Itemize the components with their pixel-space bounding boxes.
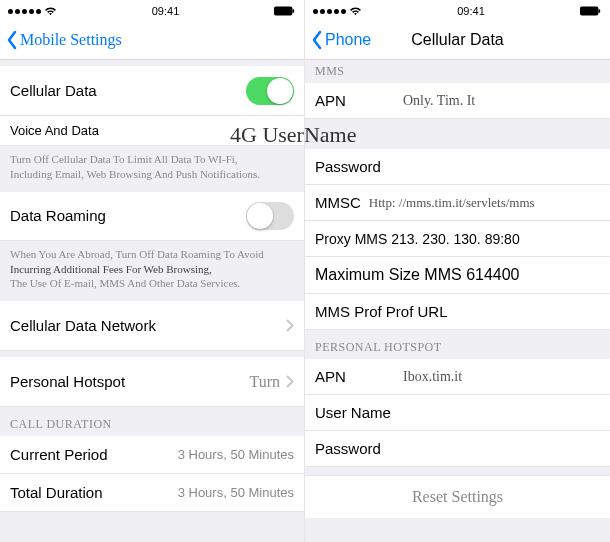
hotspot-apn-row[interactable]: APN Ibox.tim.it	[305, 359, 610, 395]
mms-apn-value: Only. Tim. It	[403, 93, 475, 109]
personal-hotspot-header: PERSONAL HOTSPOT	[305, 330, 610, 359]
mmsc-value: Http: //mms.tim.it/servlets/mms	[369, 195, 535, 211]
nav-bar-right: Phone Cellular Data	[305, 20, 610, 60]
proxy-mms-label: Proxy MMS 213. 230. 130. 89:80	[315, 231, 520, 247]
data-roaming-switch[interactable]	[246, 202, 294, 230]
reset-settings-button[interactable]: Reset Settings	[305, 475, 610, 518]
wifi-icon	[44, 6, 57, 16]
total-duration-row: Total Duration 3 Hours, 50 Minutes	[0, 474, 304, 512]
hotspot-username-label: User Name	[315, 404, 600, 421]
call-duration-header: CALL DURATION	[0, 407, 304, 436]
chevron-left-icon	[6, 30, 18, 50]
nav-bar-left: Mobile Settings	[0, 20, 304, 60]
back-label: Mobile Settings	[20, 31, 122, 49]
voice-and-data-label: Voice And Data	[10, 123, 99, 138]
total-duration-value: 3 Hours, 50 Minutes	[178, 485, 294, 500]
mmsc-row[interactable]: MMSC Http: //mms.tim.it/servlets/mms	[305, 185, 610, 221]
max-size-row[interactable]: Maximum Size MMS 614400	[305, 257, 610, 294]
mms-apn-label: APN	[315, 92, 403, 109]
right-pane: 09:41 Phone Cellular Data MMS APN Only. …	[305, 0, 610, 542]
cellular-data-network-row[interactable]: Cellular Data Network	[0, 301, 304, 351]
status-time: 09:41	[457, 5, 485, 17]
cellular-data-network-label: Cellular Data Network	[10, 317, 156, 334]
svg-rect-1	[292, 9, 294, 13]
mms-password-label: Password	[315, 158, 600, 175]
mms-prof-url-label: MMS Prof Prof URL	[315, 303, 448, 320]
status-bar-left: 09:41	[0, 0, 304, 20]
cellular-data-label: Cellular Data	[10, 82, 97, 99]
data-roaming-label: Data Roaming	[10, 207, 106, 224]
cellular-data-description: Turn Off Cellular Data To Limit All Data…	[0, 146, 304, 192]
svg-rect-2	[580, 6, 598, 15]
mmsc-label: MMSC	[315, 194, 361, 211]
hotspot-apn-label: APN	[315, 368, 403, 385]
svg-rect-3	[598, 9, 600, 13]
battery-icon	[274, 6, 296, 16]
reset-settings-label: Reset Settings	[412, 488, 503, 505]
back-label: Phone	[325, 31, 371, 49]
wifi-icon	[349, 6, 362, 16]
personal-hotspot-row[interactable]: Personal Hotspot Turn	[0, 357, 304, 407]
mms-prof-url-row[interactable]: MMS Prof Prof URL	[305, 294, 610, 330]
hotspot-username-row[interactable]: User Name	[305, 395, 610, 431]
status-time: 09:41	[152, 5, 180, 17]
battery-icon	[580, 6, 602, 16]
personal-hotspot-value: Turn	[249, 373, 280, 391]
proxy-mms-row[interactable]: Proxy MMS 213. 230. 130. 89:80	[305, 221, 610, 257]
current-period-label: Current Period	[10, 446, 108, 463]
back-button[interactable]: Phone	[311, 30, 371, 50]
personal-hotspot-label: Personal Hotspot	[10, 373, 125, 390]
left-pane: 09:41 Mobile Settings Cellular Data Voic…	[0, 0, 305, 542]
back-button[interactable]: Mobile Settings	[6, 30, 122, 50]
hotspot-password-row[interactable]: Password	[305, 431, 610, 467]
svg-rect-0	[274, 6, 292, 15]
chevron-right-icon	[286, 375, 294, 388]
chevron-left-icon	[311, 30, 323, 50]
mms-apn-row[interactable]: APN Only. Tim. It	[305, 83, 610, 119]
mms-password-row[interactable]: Password	[305, 149, 610, 185]
signal-dots-icon	[313, 9, 346, 14]
chevron-right-icon	[286, 319, 294, 332]
signal-dots-icon	[8, 9, 41, 14]
cellular-data-switch[interactable]	[246, 77, 294, 105]
total-duration-label: Total Duration	[10, 484, 103, 501]
mms-header: MMS	[305, 60, 610, 83]
current-period-row: Current Period 3 Hours, 50 Minutes	[0, 436, 304, 474]
current-period-value: 3 Hours, 50 Minutes	[178, 447, 294, 462]
data-roaming-description: When You Are Abroad, Turn Off Data Roami…	[0, 241, 304, 302]
cellular-data-row[interactable]: Cellular Data	[0, 66, 304, 116]
status-bar-right: 09:41	[305, 0, 610, 20]
data-roaming-row[interactable]: Data Roaming	[0, 192, 304, 241]
max-size-label: Maximum Size MMS 614400	[315, 266, 520, 284]
hotspot-password-label: Password	[315, 440, 600, 457]
hotspot-apn-value: Ibox.tim.it	[403, 369, 462, 385]
overlay-4g-username: 4G UserName	[230, 122, 356, 148]
